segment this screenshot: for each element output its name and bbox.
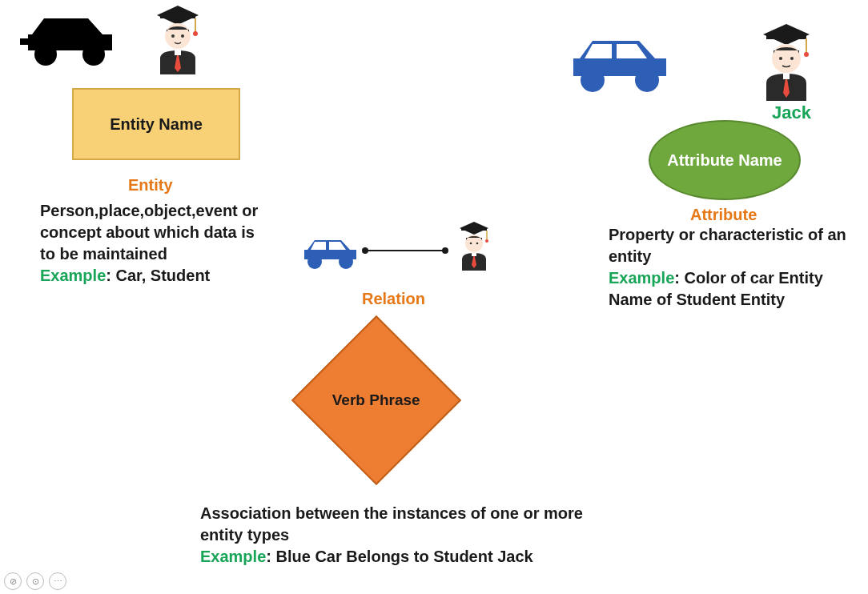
svg-point-8 bbox=[181, 34, 184, 38]
relation-description: Association between the instances of one… bbox=[200, 504, 583, 544]
student-icon bbox=[144, 4, 212, 79]
toolbar-more-icon[interactable]: ⋯ bbox=[49, 572, 66, 590]
svg-point-1 bbox=[82, 43, 105, 66]
entity-example-text: : Car, Student bbox=[106, 267, 210, 284]
svg-point-23 bbox=[339, 255, 353, 269]
relation-example-label: Example bbox=[200, 548, 266, 565]
attribute-ellipse: Attribute Name bbox=[649, 120, 801, 200]
attribute-description: Property or characteristic of an entity bbox=[609, 226, 846, 265]
entity-box-label: Entity Name bbox=[110, 115, 203, 134]
svg-point-19 bbox=[790, 57, 794, 60]
entity-description-block: Person,place,object,event or concept abo… bbox=[40, 200, 272, 287]
svg-rect-32 bbox=[472, 253, 476, 256]
svg-point-30 bbox=[476, 243, 479, 245]
bottom-toolbar: ⊘ ⊙ ⋯ bbox=[4, 572, 66, 590]
relation-title: Relation bbox=[362, 290, 425, 308]
svg-point-16 bbox=[804, 52, 809, 57]
toolbar-zoom-icon[interactable]: ⊙ bbox=[26, 572, 44, 590]
svg-point-29 bbox=[470, 243, 472, 245]
svg-point-27 bbox=[485, 239, 488, 243]
svg-marker-3 bbox=[157, 6, 199, 25]
relation-dot-left bbox=[362, 247, 368, 254]
student-icon-right bbox=[749, 22, 825, 106]
attribute-description-block: Property or characteristic of an entity … bbox=[609, 224, 857, 311]
svg-point-18 bbox=[779, 57, 782, 60]
entity-example-label: Example bbox=[40, 267, 106, 284]
svg-marker-14 bbox=[763, 24, 810, 45]
car-icon-blue bbox=[561, 28, 681, 103]
relation-line bbox=[365, 250, 445, 251]
entity-name-box: Entity Name bbox=[72, 88, 240, 160]
svg-point-11 bbox=[581, 68, 605, 92]
attribute-example-label: Example bbox=[609, 269, 674, 287]
relation-dot-right bbox=[442, 247, 448, 254]
svg-point-5 bbox=[193, 31, 198, 36]
relation-example-text: : Blue Car Belongs to Student Jack bbox=[266, 548, 532, 565]
car-icon-small-blue bbox=[296, 232, 364, 275]
entity-description: Person,place,object,event or concept abo… bbox=[40, 202, 258, 263]
relation-diamond-wrapper: Verb Phrase bbox=[316, 340, 436, 460]
relation-diamond-label: Verb Phrase bbox=[332, 391, 420, 410]
student-icon-small bbox=[450, 220, 498, 275]
jack-label: Jack bbox=[772, 102, 811, 123]
svg-point-12 bbox=[635, 68, 659, 92]
toolbar-lightbulb-icon[interactable]: ⊘ bbox=[4, 572, 22, 590]
svg-point-0 bbox=[34, 43, 57, 66]
car-icon-black bbox=[16, 6, 124, 74]
attribute-title: Attribute bbox=[690, 206, 757, 224]
svg-rect-21 bbox=[783, 74, 790, 79]
relation-description-block: Association between the instances of one… bbox=[200, 503, 593, 568]
entity-title: Entity bbox=[128, 176, 173, 195]
svg-point-22 bbox=[307, 255, 322, 269]
attribute-ellipse-label: Attribute Name bbox=[667, 151, 782, 170]
svg-marker-25 bbox=[460, 222, 488, 235]
svg-point-7 bbox=[171, 34, 175, 38]
svg-rect-10 bbox=[175, 50, 181, 55]
relation-diamond: Verb Phrase bbox=[291, 315, 461, 485]
